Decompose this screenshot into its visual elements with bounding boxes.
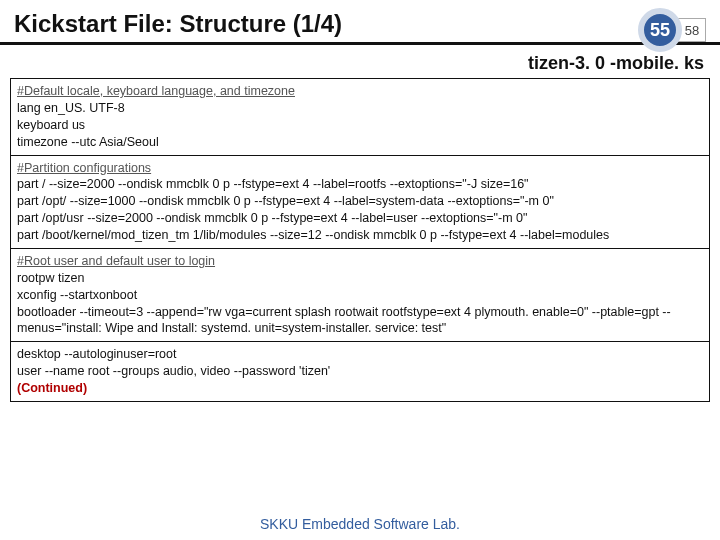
code-comment: #Default locale, keyboard language, and … bbox=[17, 84, 295, 98]
code-block: #Root user and default user to login roo… bbox=[11, 249, 709, 342]
header: Kickstart File: Structure (1/4) 55 58 bbox=[0, 0, 720, 45]
code-block: #Partition configurations part / --size=… bbox=[11, 156, 709, 249]
total-slides-badge: 58 bbox=[678, 18, 706, 42]
continued-label: (Continued) bbox=[17, 381, 87, 395]
code-line: rootpw tizen bbox=[17, 271, 84, 285]
code-line: part /opt/ --size=1000 --ondisk mmcblk 0… bbox=[17, 194, 554, 208]
code-line: timezone --utc Asia/Seoul bbox=[17, 135, 159, 149]
badge-group: 55 58 bbox=[638, 8, 706, 52]
filename-label: tizen-3. 0 -mobile. ks bbox=[0, 45, 720, 78]
code-line: xconfig --startxonboot bbox=[17, 288, 137, 302]
footer-label: SKKU Embedded Software Lab. bbox=[0, 516, 720, 532]
code-line: keyboard us bbox=[17, 118, 85, 132]
code-line: bootloader --timeout=3 --append="rw vga=… bbox=[17, 305, 671, 336]
code-line: lang en_US. UTF-8 bbox=[17, 101, 125, 115]
code-container: #Default locale, keyboard language, and … bbox=[10, 78, 710, 402]
code-comment: #Partition configurations bbox=[17, 161, 151, 175]
code-line: user --name root --groups audio, video -… bbox=[17, 364, 330, 378]
slide-number-badge: 55 bbox=[638, 8, 682, 52]
code-line: part / --size=2000 --ondisk mmcblk 0 p -… bbox=[17, 177, 529, 191]
code-line: part /boot/kernel/mod_tizen_tm 1/lib/mod… bbox=[17, 228, 609, 242]
code-comment: #Root user and default user to login bbox=[17, 254, 215, 268]
code-block: desktop --autologinuser=root user --name… bbox=[11, 342, 709, 401]
code-block: #Default locale, keyboard language, and … bbox=[11, 79, 709, 156]
page-title: Kickstart File: Structure (1/4) bbox=[14, 10, 706, 38]
code-line: desktop --autologinuser=root bbox=[17, 347, 176, 361]
code-line: part /opt/usr --size=2000 --ondisk mmcbl… bbox=[17, 211, 527, 225]
